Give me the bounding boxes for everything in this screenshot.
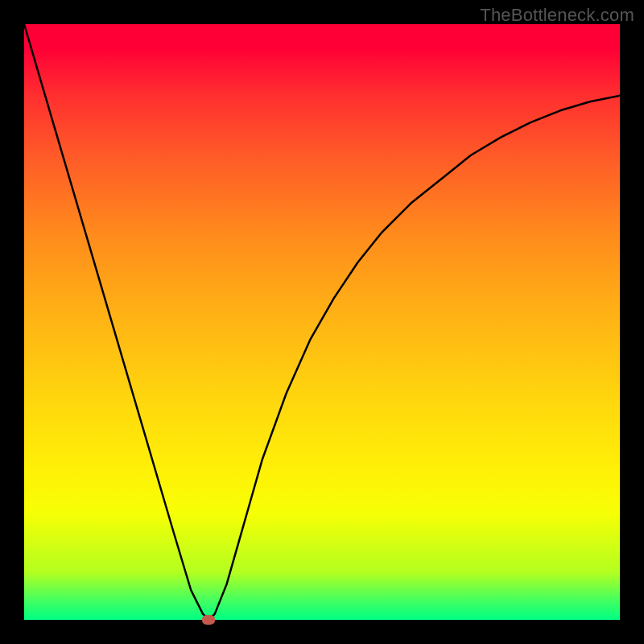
minimum-marker xyxy=(202,615,215,625)
watermark-text: TheBottleneck.com xyxy=(480,5,634,26)
plot-area xyxy=(24,24,620,620)
chart-curve xyxy=(24,24,620,620)
